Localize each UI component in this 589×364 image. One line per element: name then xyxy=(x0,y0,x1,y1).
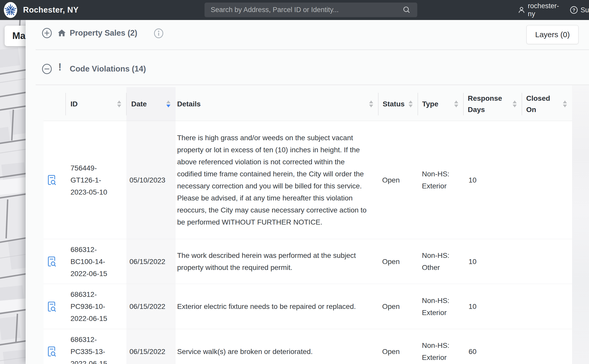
column-header-id[interactable]: ID xyxy=(66,87,126,121)
violation-id: 686312-PC936-10-2022-06-15 xyxy=(66,284,126,329)
violation-response-days: 10 xyxy=(463,239,522,284)
violation-type: Non-HS: Exterior xyxy=(418,329,463,364)
document-search-icon[interactable] xyxy=(47,346,57,357)
top-navbar: Rochester, NY rochester-ny ? Su xyxy=(0,0,589,20)
exclamation-icon: ! xyxy=(58,61,62,73)
expand-section-icon[interactable] xyxy=(42,28,52,39)
help-icon: ? xyxy=(570,6,578,14)
map-edge-strip xyxy=(572,85,589,364)
section-divider xyxy=(36,49,589,50)
sort-icon xyxy=(369,100,373,107)
violation-id: 686312-BC100-14-2022-06-15 xyxy=(66,239,126,284)
home-icon xyxy=(58,29,66,38)
sort-icon xyxy=(409,100,413,107)
column-header-status[interactable]: Status xyxy=(378,87,418,121)
violation-type: Non-HS: Other xyxy=(418,239,463,284)
violation-details: There is high grass and/or weeds on the … xyxy=(176,121,378,239)
violation-row: 686312-PC936-10-2022-06-15 06/15/2022 Ex… xyxy=(44,284,572,329)
user-menu[interactable]: rochester-ny xyxy=(518,2,561,18)
sort-icon xyxy=(563,100,567,107)
section-divider-2 xyxy=(36,85,589,85)
violation-closed-on xyxy=(522,239,572,284)
city-logo-icon xyxy=(4,2,17,19)
document-search-icon[interactable] xyxy=(47,256,57,267)
column-header-response-days[interactable]: Response Days xyxy=(463,87,522,121)
code-violations-table: ID Date Details Status Type Response Day… xyxy=(44,87,572,364)
violation-type: Non-HS: Exterior xyxy=(418,284,463,329)
sort-icon xyxy=(513,100,517,107)
property-sales-title: Property Sales (2) xyxy=(70,28,137,38)
violation-type: Non-HS: Exterior xyxy=(418,121,463,239)
support-link[interactable]: ? Su xyxy=(570,6,589,14)
violation-date: 06/15/2022 xyxy=(126,329,176,364)
column-header-type[interactable]: Type xyxy=(418,87,463,121)
violation-status: Open xyxy=(378,239,418,284)
violation-closed-on xyxy=(522,121,572,239)
record-icon-cell xyxy=(44,121,66,239)
document-search-icon[interactable] xyxy=(47,175,57,185)
record-icon-cell xyxy=(44,329,66,364)
violation-date: 06/15/2022 xyxy=(126,284,176,329)
column-header-date[interactable]: Date xyxy=(126,87,176,121)
violation-status: Open xyxy=(378,329,418,364)
svg-text:?: ? xyxy=(572,8,575,13)
violation-row: 686312-PC335-13-2022-06-15 06/15/2022 Se… xyxy=(44,329,572,364)
violation-date: 05/10/2023 xyxy=(126,121,176,239)
violation-row: 686312-BC100-14-2022-06-15 06/15/2022 Th… xyxy=(44,239,572,284)
search-icon[interactable] xyxy=(402,6,411,15)
header-icon-spacer xyxy=(44,87,66,121)
violation-date: 06/15/2022 xyxy=(126,239,176,284)
record-icon-cell xyxy=(44,284,66,329)
column-header-details[interactable]: Details xyxy=(176,87,378,121)
sort-icon xyxy=(117,100,121,107)
violation-status: Open xyxy=(378,284,418,329)
map-toggle-label: Ma xyxy=(12,31,25,41)
violation-response-days: 10 xyxy=(463,121,522,239)
violation-details: Exterior electric fixture needs to be re… xyxy=(176,284,378,329)
violation-response-days: 10 xyxy=(463,284,522,329)
city-title: Rochester, NY xyxy=(23,0,79,20)
violation-status: Open xyxy=(378,121,418,239)
violation-row: 756449-GT126-1-2023-05-10 05/10/2023 The… xyxy=(44,121,572,239)
sort-icon xyxy=(454,100,458,107)
info-icon[interactable] xyxy=(154,28,164,39)
column-header-closed-on[interactable]: Closed On xyxy=(522,87,572,121)
table-header-row: ID Date Details Status Type Response Day… xyxy=(44,87,572,121)
support-label: Su xyxy=(581,6,589,14)
layers-button-label: Layers (0) xyxy=(535,30,570,39)
violation-details: Service walk(s) are broken or deteriorat… xyxy=(176,329,378,364)
collapse-section-icon[interactable] xyxy=(42,64,52,75)
user-icon xyxy=(518,6,525,14)
violation-id: 686312-PC335-13-2022-06-15 xyxy=(66,329,126,364)
username-label: rochester-ny xyxy=(528,2,561,18)
property-detail-panel: Property Sales (2) Layers (0) ! Code Vio… xyxy=(26,20,589,364)
record-icon-cell xyxy=(44,239,66,284)
violation-closed-on xyxy=(522,284,572,329)
document-search-icon[interactable] xyxy=(47,301,57,312)
violation-closed-on xyxy=(522,329,572,364)
violation-details: The work described herein was performed … xyxy=(176,239,378,284)
violation-response-days: 60 xyxy=(463,329,522,364)
global-search-input[interactable] xyxy=(205,3,417,17)
sort-desc-active-icon xyxy=(166,100,170,107)
violation-id: 756449-GT126-1-2023-05-10 xyxy=(66,121,126,239)
code-violations-title: Code Violations (14) xyxy=(70,64,146,74)
layers-button[interactable]: Layers (0) xyxy=(526,25,578,44)
